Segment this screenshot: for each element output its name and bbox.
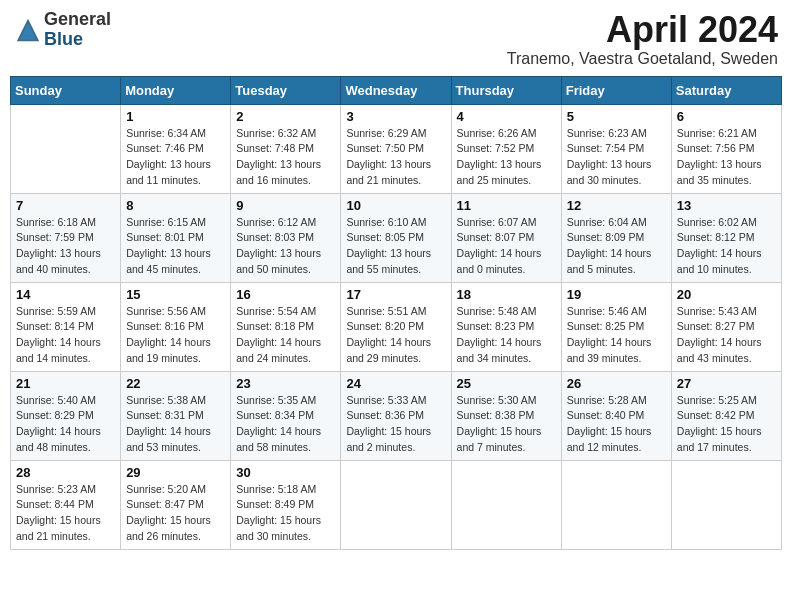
day-info: Sunrise: 5:40 AMSunset: 8:29 PMDaylight:… <box>16 393 115 456</box>
day-number: 27 <box>677 376 776 391</box>
day-info: Sunrise: 6:15 AMSunset: 8:01 PMDaylight:… <box>126 215 225 278</box>
day-info: Sunrise: 6:32 AMSunset: 7:48 PMDaylight:… <box>236 126 335 189</box>
calendar-header: SundayMondayTuesdayWednesdayThursdayFrid… <box>11 76 782 104</box>
day-header-saturday: Saturday <box>671 76 781 104</box>
calendar-cell: 10Sunrise: 6:10 AMSunset: 8:05 PMDayligh… <box>341 193 451 282</box>
calendar-cell: 26Sunrise: 5:28 AMSunset: 8:40 PMDayligh… <box>561 371 671 460</box>
day-info: Sunrise: 6:04 AMSunset: 8:09 PMDaylight:… <box>567 215 666 278</box>
day-number: 9 <box>236 198 335 213</box>
calendar-cell: 23Sunrise: 5:35 AMSunset: 8:34 PMDayligh… <box>231 371 341 460</box>
calendar-cell: 19Sunrise: 5:46 AMSunset: 8:25 PMDayligh… <box>561 282 671 371</box>
calendar-cell: 29Sunrise: 5:20 AMSunset: 8:47 PMDayligh… <box>121 460 231 549</box>
calendar-cell: 7Sunrise: 6:18 AMSunset: 7:59 PMDaylight… <box>11 193 121 282</box>
day-header-sunday: Sunday <box>11 76 121 104</box>
week-row-5: 28Sunrise: 5:23 AMSunset: 8:44 PMDayligh… <box>11 460 782 549</box>
day-number: 18 <box>457 287 556 302</box>
calendar-cell: 28Sunrise: 5:23 AMSunset: 8:44 PMDayligh… <box>11 460 121 549</box>
calendar: SundayMondayTuesdayWednesdayThursdayFrid… <box>10 76 782 550</box>
calendar-cell: 9Sunrise: 6:12 AMSunset: 8:03 PMDaylight… <box>231 193 341 282</box>
day-number: 5 <box>567 109 666 124</box>
logo-blue: Blue <box>44 30 111 50</box>
calendar-cell <box>451 460 561 549</box>
calendar-cell: 16Sunrise: 5:54 AMSunset: 8:18 PMDayligh… <box>231 282 341 371</box>
day-number: 30 <box>236 465 335 480</box>
calendar-cell: 25Sunrise: 5:30 AMSunset: 8:38 PMDayligh… <box>451 371 561 460</box>
calendar-cell <box>11 104 121 193</box>
day-info: Sunrise: 5:43 AMSunset: 8:27 PMDaylight:… <box>677 304 776 367</box>
day-info: Sunrise: 6:07 AMSunset: 8:07 PMDaylight:… <box>457 215 556 278</box>
month-title: April 2024 <box>507 10 778 50</box>
day-info: Sunrise: 5:56 AMSunset: 8:16 PMDaylight:… <box>126 304 225 367</box>
day-info: Sunrise: 5:25 AMSunset: 8:42 PMDaylight:… <box>677 393 776 456</box>
day-info: Sunrise: 6:21 AMSunset: 7:56 PMDaylight:… <box>677 126 776 189</box>
day-number: 22 <box>126 376 225 391</box>
day-header-wednesday: Wednesday <box>341 76 451 104</box>
day-info: Sunrise: 5:46 AMSunset: 8:25 PMDaylight:… <box>567 304 666 367</box>
calendar-cell: 4Sunrise: 6:26 AMSunset: 7:52 PMDaylight… <box>451 104 561 193</box>
day-info: Sunrise: 5:38 AMSunset: 8:31 PMDaylight:… <box>126 393 225 456</box>
day-number: 2 <box>236 109 335 124</box>
calendar-cell: 2Sunrise: 6:32 AMSunset: 7:48 PMDaylight… <box>231 104 341 193</box>
day-info: Sunrise: 6:10 AMSunset: 8:05 PMDaylight:… <box>346 215 445 278</box>
day-info: Sunrise: 5:23 AMSunset: 8:44 PMDaylight:… <box>16 482 115 545</box>
day-number: 19 <box>567 287 666 302</box>
day-number: 21 <box>16 376 115 391</box>
day-number: 24 <box>346 376 445 391</box>
calendar-cell: 1Sunrise: 6:34 AMSunset: 7:46 PMDaylight… <box>121 104 231 193</box>
day-info: Sunrise: 5:51 AMSunset: 8:20 PMDaylight:… <box>346 304 445 367</box>
title-area: April 2024 Tranemo, Vaestra Goetaland, S… <box>507 10 778 68</box>
logo: General Blue <box>14 10 111 50</box>
day-header-thursday: Thursday <box>451 76 561 104</box>
week-row-2: 7Sunrise: 6:18 AMSunset: 7:59 PMDaylight… <box>11 193 782 282</box>
day-info: Sunrise: 6:34 AMSunset: 7:46 PMDaylight:… <box>126 126 225 189</box>
calendar-cell: 27Sunrise: 5:25 AMSunset: 8:42 PMDayligh… <box>671 371 781 460</box>
header-row: SundayMondayTuesdayWednesdayThursdayFrid… <box>11 76 782 104</box>
day-header-tuesday: Tuesday <box>231 76 341 104</box>
calendar-cell: 8Sunrise: 6:15 AMSunset: 8:01 PMDaylight… <box>121 193 231 282</box>
calendar-cell <box>671 460 781 549</box>
day-number: 7 <box>16 198 115 213</box>
day-number: 3 <box>346 109 445 124</box>
day-number: 13 <box>677 198 776 213</box>
day-info: Sunrise: 5:35 AMSunset: 8:34 PMDaylight:… <box>236 393 335 456</box>
calendar-cell: 14Sunrise: 5:59 AMSunset: 8:14 PMDayligh… <box>11 282 121 371</box>
calendar-cell: 11Sunrise: 6:07 AMSunset: 8:07 PMDayligh… <box>451 193 561 282</box>
calendar-cell: 6Sunrise: 6:21 AMSunset: 7:56 PMDaylight… <box>671 104 781 193</box>
day-info: Sunrise: 5:20 AMSunset: 8:47 PMDaylight:… <box>126 482 225 545</box>
week-row-4: 21Sunrise: 5:40 AMSunset: 8:29 PMDayligh… <box>11 371 782 460</box>
day-header-friday: Friday <box>561 76 671 104</box>
day-number: 29 <box>126 465 225 480</box>
calendar-cell: 12Sunrise: 6:04 AMSunset: 8:09 PMDayligh… <box>561 193 671 282</box>
logo-icon <box>14 16 42 44</box>
day-info: Sunrise: 5:28 AMSunset: 8:40 PMDaylight:… <box>567 393 666 456</box>
day-number: 17 <box>346 287 445 302</box>
calendar-cell: 15Sunrise: 5:56 AMSunset: 8:16 PMDayligh… <box>121 282 231 371</box>
day-number: 25 <box>457 376 556 391</box>
day-number: 1 <box>126 109 225 124</box>
calendar-cell <box>561 460 671 549</box>
day-number: 16 <box>236 287 335 302</box>
header: General Blue April 2024 Tranemo, Vaestra… <box>10 10 782 68</box>
day-number: 23 <box>236 376 335 391</box>
day-info: Sunrise: 6:02 AMSunset: 8:12 PMDaylight:… <box>677 215 776 278</box>
calendar-cell: 18Sunrise: 5:48 AMSunset: 8:23 PMDayligh… <box>451 282 561 371</box>
day-info: Sunrise: 6:26 AMSunset: 7:52 PMDaylight:… <box>457 126 556 189</box>
calendar-cell: 17Sunrise: 5:51 AMSunset: 8:20 PMDayligh… <box>341 282 451 371</box>
calendar-cell: 24Sunrise: 5:33 AMSunset: 8:36 PMDayligh… <box>341 371 451 460</box>
calendar-cell <box>341 460 451 549</box>
logo-text: General Blue <box>44 10 111 50</box>
calendar-cell: 13Sunrise: 6:02 AMSunset: 8:12 PMDayligh… <box>671 193 781 282</box>
day-info: Sunrise: 6:12 AMSunset: 8:03 PMDaylight:… <box>236 215 335 278</box>
calendar-cell: 5Sunrise: 6:23 AMSunset: 7:54 PMDaylight… <box>561 104 671 193</box>
day-info: Sunrise: 6:29 AMSunset: 7:50 PMDaylight:… <box>346 126 445 189</box>
calendar-body: 1Sunrise: 6:34 AMSunset: 7:46 PMDaylight… <box>11 104 782 549</box>
day-number: 28 <box>16 465 115 480</box>
day-number: 14 <box>16 287 115 302</box>
calendar-cell: 22Sunrise: 5:38 AMSunset: 8:31 PMDayligh… <box>121 371 231 460</box>
day-number: 20 <box>677 287 776 302</box>
week-row-3: 14Sunrise: 5:59 AMSunset: 8:14 PMDayligh… <box>11 282 782 371</box>
day-info: Sunrise: 6:23 AMSunset: 7:54 PMDaylight:… <box>567 126 666 189</box>
day-number: 4 <box>457 109 556 124</box>
calendar-cell: 30Sunrise: 5:18 AMSunset: 8:49 PMDayligh… <box>231 460 341 549</box>
calendar-cell: 20Sunrise: 5:43 AMSunset: 8:27 PMDayligh… <box>671 282 781 371</box>
